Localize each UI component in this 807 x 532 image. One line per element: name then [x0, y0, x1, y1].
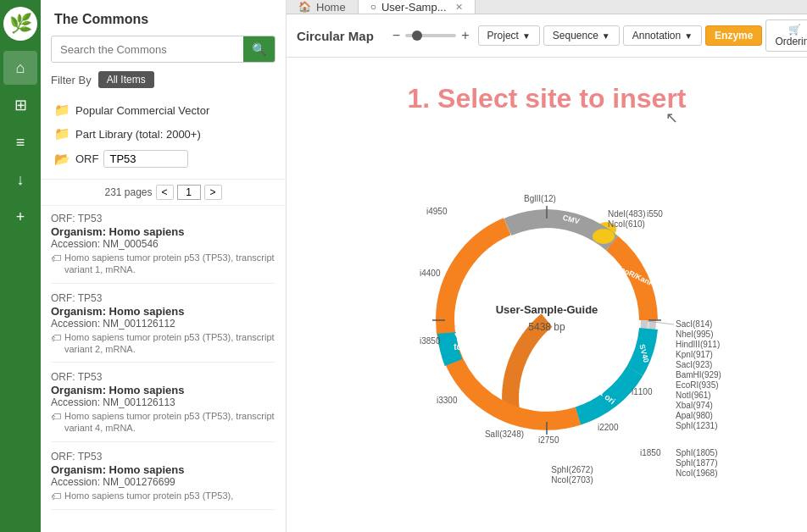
- prev-page-button[interactable]: <: [156, 185, 174, 200]
- list-item[interactable]: ORF: TP53 Organism: Homo sapiens Accessi…: [51, 213, 275, 284]
- result-desc-text: Homo sapiens tumor protein p53 (TP53),: [64, 490, 233, 502]
- sidebar-item-add[interactable]: +: [3, 200, 37, 234]
- commons-panel: The Commons 🔍 Filter By All Items 📁 Popu…: [41, 0, 287, 532]
- ampr-label: AmpR: [452, 313, 476, 341]
- result-accession: Accession: NM_001126113: [51, 396, 275, 408]
- list-item[interactable]: ORF: TP53 Organism: Homo sapiens Accessi…: [51, 371, 275, 442]
- toolbar: Circular Map − + Project ▼ Sequence ▼ An…: [287, 14, 807, 58]
- tag-icon: 🏷: [51, 411, 61, 423]
- orf-label: ORF: [75, 152, 98, 165]
- ecori-label: EcoRI(935): [676, 380, 719, 390]
- tag-icon: 🏷: [51, 332, 61, 344]
- i2200-label: i2200: [598, 423, 619, 432]
- zoom-slider[interactable]: [405, 34, 456, 37]
- pagination-bar: 231 pages < >: [41, 179, 286, 206]
- result-desc: 🏷 Homo sapiens tumor protein p53 (TP53),…: [51, 252, 275, 276]
- filter-label: Filter By: [51, 74, 92, 86]
- cursor-icon: ↖: [665, 108, 678, 127]
- bamhi-label: BamHI(929): [676, 370, 721, 380]
- to-arc: [447, 333, 454, 363]
- xbai-label: XbaI(974): [676, 401, 713, 410]
- zoom-plus-button[interactable]: +: [459, 28, 470, 43]
- tab-home[interactable]: 🏠 Home: [287, 0, 359, 14]
- result-desc-text: Homo sapiens tumor protein p53 (TP53), t…: [64, 252, 275, 276]
- main-content: 🏠 Home ○ User-Samp... ✕ Circular Map − +…: [287, 0, 807, 532]
- tab-close-button[interactable]: ✕: [455, 2, 463, 13]
- category-vector-label: Popular Commercial Vector: [75, 104, 209, 117]
- user-sample-tab-label: User-Samp...: [381, 1, 447, 14]
- i4950-label: i4950: [426, 207, 448, 216]
- annotation-arrow-icon: ▼: [684, 31, 693, 41]
- enzyme-label: Enzyme: [715, 30, 753, 42]
- sacii-label: SacI(923): [676, 360, 712, 369]
- result-desc-text: Homo sapiens tumor protein p53 (TP53), t…: [64, 331, 275, 356]
- i3300-label: i3300: [437, 396, 458, 405]
- search-button[interactable]: 🔍: [243, 36, 275, 62]
- sidebar: 🌿 ⌂ ⊞ ≡ ↓ +: [0, 0, 41, 532]
- saci814-label: SacI(814): [676, 319, 712, 329]
- sequence-button[interactable]: Sequence ▼: [543, 25, 620, 46]
- annotation-button[interactable]: Annotation ▼: [623, 25, 702, 46]
- sidebar-item-download[interactable]: ↓: [3, 163, 37, 197]
- tag-icon: 🏷: [51, 490, 61, 502]
- ndei-label: NdeI(483): [608, 209, 645, 219]
- i4400-label: i4400: [420, 269, 441, 278]
- home-tab-label: Home: [316, 1, 346, 14]
- orf-search-input[interactable]: [103, 150, 188, 168]
- result-organism: Organism: Homo sapiens: [51, 463, 275, 476]
- ordering-label: 🛒 Ordering: [775, 24, 807, 47]
- app-logo[interactable]: 🌿: [3, 7, 37, 41]
- hindiii-label: HindIII(911): [676, 340, 720, 349]
- all-items-button[interactable]: All Items: [98, 71, 154, 88]
- yellow-marker: [593, 229, 615, 244]
- folder-icon-part: 📁: [54, 126, 70, 141]
- annotation-label: Annotation: [632, 30, 681, 42]
- project-button[interactable]: Project ▼: [478, 25, 540, 46]
- result-orf: ORF: TP53: [51, 451, 275, 463]
- result-accession: Accession: NM_001276699: [51, 476, 275, 488]
- result-desc: 🏷 Homo sapiens tumor protein p53 (TP53),…: [51, 331, 275, 356]
- category-part-label: Part Library (total: 2000+): [75, 128, 201, 141]
- add-sidebar-icon: +: [16, 208, 25, 226]
- tag-icon: 🏷: [51, 252, 61, 264]
- result-orf: ORF: TP53: [51, 213, 275, 224]
- i550-label: i550: [647, 209, 663, 219]
- result-desc: 🏷 Homo sapiens tumor protein p53 (TP53),…: [51, 410, 275, 435]
- page-number-input[interactable]: [177, 185, 201, 200]
- sequence-label: Sequence: [553, 30, 598, 42]
- result-desc-text: Homo sapiens tumor protein p53 (TP53), t…: [64, 410, 275, 435]
- category-item-vector[interactable]: 📁 Popular Commercial Vector: [51, 98, 275, 122]
- list-item[interactable]: ORF: TP53 Organism: Homo sapiens Accessi…: [51, 451, 275, 510]
- apai-label: ApaI(980): [676, 411, 713, 420]
- ordering-button[interactable]: 🛒 Ordering: [765, 19, 807, 52]
- plasmid-size-text: 5438 bp: [528, 321, 565, 333]
- map-area: 1. Select site to insert ↖: [287, 58, 807, 532]
- sidebar-item-list[interactable]: ≡: [3, 125, 37, 159]
- enzyme-button[interactable]: Enzyme: [705, 25, 762, 46]
- result-accession: Accession: NM_000546: [51, 238, 275, 250]
- zoom-dot: [412, 30, 422, 41]
- nhei-label: NheI(995): [676, 330, 713, 339]
- user-sample-tab-icon: ○: [370, 1, 376, 13]
- folder-icon-orf: 📂: [54, 152, 70, 167]
- ncoi1968-label: NcoI(1968): [676, 468, 717, 478]
- results-list: ORF: TP53 Organism: Homo sapiens Accessi…: [41, 209, 286, 532]
- next-page-button[interactable]: >: [204, 185, 222, 200]
- orf-filter-row: 📂 ORF: [51, 146, 275, 172]
- home-sidebar-icon: ⌂: [16, 59, 25, 77]
- project-arrow-icon: ▼: [522, 31, 531, 41]
- zoom-controls: − +: [391, 28, 471, 43]
- circular-map-svg[interactable]: User-Sample-Guide 5438 bp AmpR to f1 ori…: [309, 91, 784, 532]
- tab-bar: 🏠 Home ○ User-Samp... ✕: [287, 0, 807, 14]
- result-orf: ORF: TP53: [51, 371, 275, 383]
- plasmid-name-text: User-Sample-Guide: [496, 303, 598, 316]
- sidebar-item-grid[interactable]: ⊞: [3, 88, 37, 122]
- search-input[interactable]: [52, 37, 243, 62]
- category-item-part[interactable]: 📁 Part Library (total: 2000+): [51, 122, 275, 146]
- list-item[interactable]: ORF: TP53 Organism: Homo sapiens Accessi…: [51, 292, 275, 363]
- to-label: to: [454, 342, 461, 352]
- zoom-minus-button[interactable]: −: [391, 28, 402, 43]
- search-bar: 🔍: [51, 36, 275, 63]
- sidebar-item-home[interactable]: ⌂: [3, 51, 37, 85]
- tab-user-sample[interactable]: ○ User-Samp... ✕: [359, 0, 476, 14]
